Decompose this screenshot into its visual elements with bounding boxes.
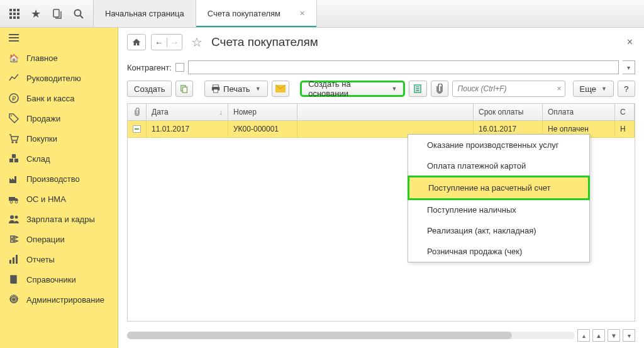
nav-back-button[interactable]: ←	[152, 38, 167, 47]
print-button[interactable]: Печать▼	[204, 81, 268, 97]
scroll-top-button[interactable]: ▴	[577, 329, 590, 342]
svg-point-21	[10, 201, 13, 203]
toolbar: Создать Печать▼ Создать на основании▼ × …	[118, 81, 644, 103]
apps-icon[interactable]	[9, 8, 20, 20]
svg-rect-9	[53, 9, 59, 17]
sidebar-item-main[interactable]: 🏠Главное	[0, 48, 118, 68]
sidebar-item-operations[interactable]: Операции	[0, 229, 118, 249]
scroll-bottom-button[interactable]: ▾	[623, 329, 635, 342]
svg-rect-1	[13, 9, 16, 11]
sidebar-item-manager[interactable]: Руководителю	[0, 68, 118, 88]
cart-icon	[9, 133, 19, 143]
content-area: ← → ☆ Счета покупателям × Контрагент: ▾ …	[118, 28, 644, 348]
col-number[interactable]: Номер	[228, 104, 297, 120]
truck-icon	[9, 194, 19, 204]
filter-label: Контрагент:	[127, 63, 172, 72]
dropdown-item-highlighted[interactable]: Поступление на расчетный счет	[408, 176, 590, 200]
svg-text:₽: ₽	[12, 95, 16, 102]
scroll-down-button[interactable]: ▼	[608, 329, 620, 342]
svg-rect-19	[12, 154, 16, 158]
search-icon[interactable]	[73, 8, 84, 20]
svg-rect-0	[9, 9, 12, 11]
document-button[interactable]	[409, 81, 426, 97]
dropdown-item[interactable]: Оказание производственных услуг	[408, 135, 589, 155]
more-button[interactable]: Еще▼	[573, 81, 614, 97]
dropdown-item[interactable]: Реализация (акт, накладная)	[408, 220, 589, 241]
cell-icon	[128, 121, 147, 137]
col-last[interactable]: С	[615, 104, 635, 120]
svg-point-10	[75, 9, 81, 16]
ruble-icon: ₽	[9, 93, 19, 103]
tab-label: Счета покупателям	[208, 9, 280, 18]
cell-last: Н	[615, 121, 635, 137]
search-clear-icon[interactable]: ×	[557, 84, 562, 93]
sidebar-item-label: Отчеты	[26, 255, 55, 264]
search-input[interactable]	[452, 81, 565, 97]
sidebar-toggle[interactable]	[0, 28, 118, 48]
scroll-up-button[interactable]: ▲	[592, 329, 605, 342]
table-header: Дата↓ Номер Срок оплаты Оплата С	[128, 104, 635, 121]
svg-rect-25	[9, 260, 11, 264]
nav-home-button[interactable]	[127, 34, 146, 50]
star-icon[interactable]: ★	[30, 8, 42, 20]
counterparty-input[interactable]	[188, 60, 619, 74]
history-icon[interactable]	[52, 8, 63, 20]
svg-rect-8	[17, 16, 19, 19]
sidebar-item-refs[interactable]: Справочники	[0, 269, 118, 289]
dropdown-item[interactable]: Поступление наличных	[408, 199, 589, 220]
svg-point-14	[11, 115, 12, 116]
sidebar-item-sales[interactable]: Продажи	[0, 108, 118, 128]
svg-point-16	[16, 142, 17, 143]
sidebar-item-reports[interactable]: Отчеты	[0, 249, 118, 269]
sidebar-item-warehouse[interactable]: Склад	[0, 149, 118, 169]
sidebar-item-assets[interactable]: ОС и НМА	[0, 189, 118, 209]
copy-button[interactable]	[175, 81, 193, 97]
operations-icon	[9, 234, 19, 244]
close-button[interactable]: ×	[625, 34, 635, 50]
create-based-on-dropdown: Оказание производственных услуг Оплата п…	[408, 134, 590, 262]
scrollbar-thumb[interactable]	[127, 332, 512, 339]
sidebar-item-production[interactable]: Производство	[0, 169, 118, 189]
col-payment[interactable]: Оплата	[543, 104, 615, 120]
tab-home[interactable]: Начальная страница	[94, 0, 196, 27]
sidebar: 🏠Главное Руководителю ₽Банк и касса Прод…	[0, 28, 118, 348]
page-title: Счета покупателям	[211, 35, 318, 49]
dropdown-item[interactable]: Розничная продажа (чек)	[408, 241, 589, 262]
svg-point-15	[12, 142, 13, 143]
cell-date: 11.01.2017	[147, 121, 228, 137]
favorite-star-icon[interactable]: ☆	[191, 35, 203, 50]
sidebar-item-admin[interactable]: Администрирование	[0, 289, 118, 310]
svg-rect-7	[13, 16, 16, 19]
boxes-icon	[9, 154, 19, 164]
nav-forward-button[interactable]: →	[167, 38, 182, 47]
sort-indicator-icon: ↓	[219, 108, 223, 116]
help-button[interactable]: ?	[618, 81, 635, 97]
col-attachment[interactable]	[128, 104, 147, 120]
col-due[interactable]: Срок оплаты	[474, 104, 543, 120]
svg-point-23	[10, 215, 14, 219]
sidebar-item-purchases[interactable]: Покупки	[0, 128, 118, 149]
top-bar: ★ Начальная страница Счета покупателям ✕	[0, 0, 644, 28]
create-based-on-button[interactable]: Создать на основании▼	[300, 81, 405, 97]
tab-label: Начальная страница	[105, 9, 184, 18]
factory-icon	[9, 174, 19, 184]
close-icon[interactable]: ✕	[299, 9, 305, 18]
filter-checkbox[interactable]	[175, 63, 184, 72]
mail-button[interactable]	[272, 81, 289, 97]
counterparty-dropdown[interactable]: ▾	[623, 60, 635, 74]
sidebar-item-payroll[interactable]: Зарплата и кадры	[0, 209, 118, 229]
attach-button[interactable]	[431, 81, 448, 97]
col-hidden[interactable]	[297, 104, 474, 120]
sidebar-item-label: Банк и касса	[26, 94, 75, 103]
svg-rect-5	[17, 13, 19, 15]
sidebar-item-label: Продажи	[26, 114, 60, 123]
dropdown-item[interactable]: Оплата платежной картой	[408, 155, 589, 176]
create-button[interactable]: Создать	[127, 81, 172, 97]
tab-invoices[interactable]: Счета покупателям ✕	[196, 0, 317, 27]
sidebar-item-bank[interactable]: ₽Банк и касса	[0, 88, 118, 108]
horizontal-scrollbar[interactable]	[127, 332, 575, 339]
svg-rect-6	[9, 16, 12, 19]
col-date[interactable]: Дата↓	[147, 104, 228, 120]
search-box: ×	[452, 81, 565, 97]
sidebar-item-label: Производство	[26, 174, 80, 184]
